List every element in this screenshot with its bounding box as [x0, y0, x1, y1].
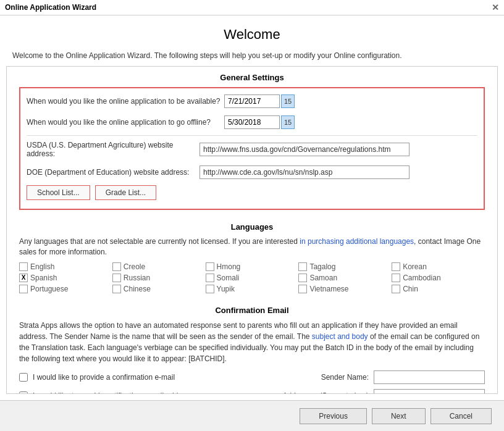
languages-section: Languages Any languages that are not sel…	[19, 216, 485, 293]
sender-name-label: Sender Name:	[321, 373, 369, 382]
lang-checkbox-somali[interactable]	[206, 274, 214, 282]
lang-item-samoan: Samoan	[298, 274, 392, 282]
grade-list-button[interactable]: Grade List...	[95, 185, 156, 200]
offline-date-wrapper: 15	[224, 115, 295, 129]
availability-date-label: When would you like the online applicati…	[27, 97, 224, 106]
lang-label-cambodian: Cambodian	[403, 274, 440, 282]
lang-label-chinese: Chinese	[124, 285, 151, 293]
offline-calendar-button[interactable]: 15	[281, 115, 295, 129]
offline-date-row: When would you like the online applicati…	[27, 114, 477, 130]
lang-checkbox-russian[interactable]	[112, 274, 121, 282]
confirmation-link[interactable]: subject and body	[312, 332, 368, 341]
lang-item-hmong: Hmong	[206, 262, 299, 271]
addresses-input[interactable]	[374, 389, 485, 394]
lang-label-hmong: Hmong	[217, 262, 241, 271]
general-settings-title: General Settings	[19, 67, 485, 87]
confirmation-email-title: Confirmation Email	[19, 299, 485, 320]
offline-date-input[interactable]	[224, 115, 280, 129]
title-bar: Online Application Wizard ✕	[0, 0, 504, 15]
lang-checkbox-tagalog[interactable]	[298, 262, 307, 271]
lang-label-spanish: Spanish	[30, 274, 57, 282]
school-list-button[interactable]: School List...	[27, 185, 90, 200]
doe-url-label: DOE (Department of Education) website ad…	[27, 168, 200, 177]
languages-desc-text1: Any languages that are not selectable ar…	[19, 237, 300, 246]
lang-label-chin: Chin	[403, 285, 418, 293]
lang-checkbox-chinese[interactable]	[112, 285, 121, 293]
lang-label-portuguese: Portuguese	[30, 285, 68, 293]
lang-label-russian: Russian	[124, 274, 150, 282]
confirmation-email-description: Strata Apps allows the option to have an…	[19, 320, 485, 364]
languages-title: Languages	[19, 216, 485, 236]
footer: Previous Next Cancel	[0, 400, 504, 431]
content-area: General Settings When would you like the…	[6, 66, 498, 394]
lang-checkbox-samoan[interactable]	[298, 274, 307, 282]
lang-checkbox-hmong[interactable]	[206, 262, 214, 271]
next-button[interactable]: Next	[372, 408, 426, 424]
doe-url-input[interactable]	[200, 165, 410, 179]
lang-label-samoan: Samoan	[309, 274, 337, 282]
notification-email-checkbox[interactable]	[19, 391, 28, 394]
previous-button[interactable]: Previous	[300, 408, 367, 424]
main-container: Welcome Welcome to the Online Applicatio…	[0, 15, 504, 431]
availability-date-wrapper: 15	[224, 94, 295, 108]
lang-label-korean: Korean	[403, 262, 427, 271]
offline-date-label: When would you like the online applicati…	[27, 118, 224, 127]
lang-checkbox-creole[interactable]	[112, 262, 121, 271]
lang-checkbox-cambodian[interactable]	[392, 274, 400, 282]
lang-item-tagalog: Tagalog	[298, 262, 392, 271]
doe-url-row: DOE (Department of Education) website ad…	[27, 164, 477, 180]
confirm-email-label: I would like to provide a confirmation e…	[33, 373, 304, 382]
page-title: Welcome	[12, 27, 492, 43]
list-buttons-row: School List... Grade List...	[27, 185, 477, 200]
lang-label-vietnamese: Vietnamese	[309, 285, 348, 293]
close-icon[interactable]: ✕	[492, 2, 499, 12]
lang-item-portuguese: Portuguese	[19, 285, 112, 293]
lang-label-somali: Somali	[217, 274, 240, 282]
lang-item-chinese: Chinese	[112, 285, 206, 293]
lang-item-spanish: X Spanish	[19, 274, 112, 282]
lang-item-russian: Russian	[112, 274, 206, 282]
usda-url-row: USDA (U.S. Department Agriculture) websi…	[27, 140, 477, 159]
general-settings-box: When would you like the online applicati…	[19, 87, 485, 210]
confirm-email-row: I would like to provide a confirmation e…	[19, 370, 485, 384]
languages-grid: English Creole Hmong Tagalog Korean	[19, 262, 485, 293]
confirm-email-checkbox[interactable]	[19, 373, 28, 382]
page-header: Welcome	[0, 15, 504, 51]
lang-item-yupik: Yupik	[206, 285, 299, 293]
lang-item-cambodian: Cambodian	[392, 274, 485, 282]
availability-date-row: When would you like the online applicati…	[27, 93, 477, 109]
lang-item-creole: Creole	[112, 262, 206, 271]
title-bar-text: Online Application Wizard	[5, 3, 96, 12]
page-description: Welcome to the Online Application Wizard…	[0, 51, 504, 66]
lang-checkbox-vietnamese[interactable]	[298, 285, 307, 293]
lang-checkbox-yupik[interactable]	[206, 285, 214, 293]
lang-label-creole: Creole	[124, 262, 145, 271]
usda-url-input[interactable]	[200, 143, 410, 156]
languages-description: Any languages that are not selectable ar…	[19, 236, 485, 257]
lang-item-english: English	[19, 262, 112, 271]
sender-name-input[interactable]	[374, 370, 485, 384]
availability-date-input[interactable]	[224, 94, 280, 108]
usda-url-label: USDA (U.S. Department Agriculture) websi…	[27, 141, 200, 158]
notification-email-row: I would like to provide notification e-m…	[19, 389, 485, 394]
languages-desc-link[interactable]: in purchasing additional languages	[300, 237, 414, 246]
lang-checkbox-chin[interactable]	[392, 285, 400, 293]
lang-label-english: English	[30, 262, 54, 271]
lang-item-somali: Somali	[206, 274, 299, 282]
lang-checkbox-english[interactable]	[19, 262, 28, 271]
lang-checkbox-spanish[interactable]: X	[19, 274, 28, 282]
lang-label-tagalog: Tagalog	[309, 262, 335, 271]
cancel-button[interactable]: Cancel	[430, 408, 492, 424]
notification-email-label: I would like to provide notification e-m…	[33, 391, 266, 394]
confirmation-section: Confirmation Email Strata Apps allows th…	[19, 299, 485, 394]
lang-item-korean: Korean	[392, 262, 485, 271]
addresses-label: Addresses (Seperate by ;)	[283, 391, 369, 394]
lang-checkbox-korean[interactable]	[392, 262, 400, 271]
lang-label-yupik: Yupik	[217, 285, 235, 293]
lang-item-vietnamese: Vietnamese	[298, 285, 392, 293]
lang-item-chin: Chin	[392, 285, 485, 293]
availability-calendar-button[interactable]: 15	[281, 94, 295, 108]
lang-checkbox-portuguese[interactable]	[19, 285, 28, 293]
